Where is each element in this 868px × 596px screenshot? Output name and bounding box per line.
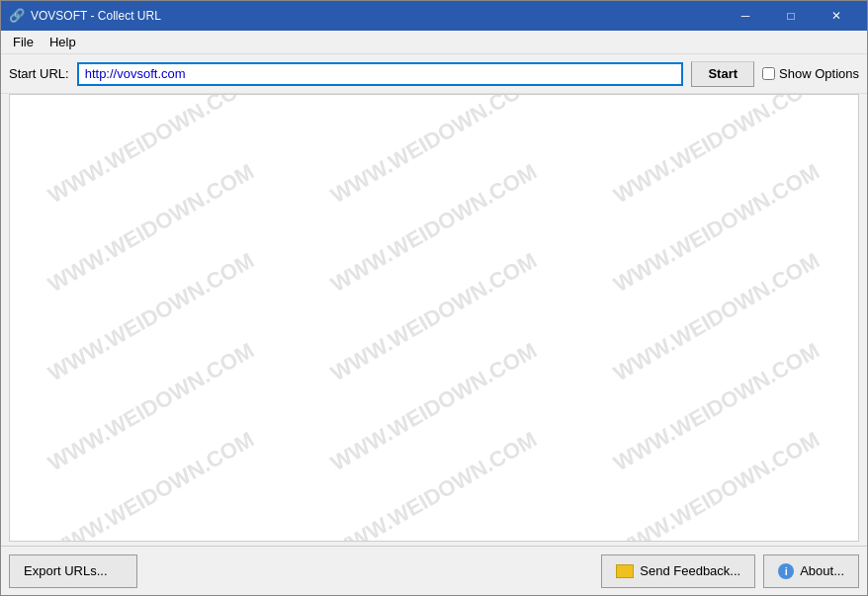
watermark-text: WWW.WEIDOWN.COM <box>43 94 258 209</box>
about-button[interactable]: i About... <box>763 554 859 588</box>
watermark-text: WWW.WEIDOWN.COM <box>43 427 258 542</box>
feedback-label: Send Feedback... <box>640 563 740 578</box>
send-feedback-button[interactable]: Send Feedback... <box>601 554 755 588</box>
export-urls-button[interactable]: Export URLs... <box>9 554 137 588</box>
about-icon: i <box>778 563 794 579</box>
watermark-text: WWW.WEIDOWN.COM <box>326 248 541 386</box>
close-button[interactable]: ✕ <box>814 1 859 31</box>
watermark: WWW.WEIDOWN.COM WWW.WEIDOWN.COM WWW.WEID… <box>10 95 858 541</box>
menu-help[interactable]: Help <box>42 33 84 51</box>
main-window: 🔗 VOVSOFT - Collect URL ─ □ ✕ File Help … <box>0 0 868 596</box>
watermark-text: WWW.WEIDOWN.COM <box>609 427 824 542</box>
watermark-text: WWW.WEIDOWN.COM <box>609 337 824 475</box>
watermark-text: WWW.WEIDOWN.COM <box>43 337 258 475</box>
minimize-button[interactable]: ─ <box>723 1 768 31</box>
show-options-label: Show Options <box>779 66 859 81</box>
watermark-text: WWW.WEIDOWN.COM <box>43 159 258 298</box>
start-button[interactable]: Start <box>691 61 754 87</box>
window-title: VOVSOFT - Collect URL <box>31 9 161 23</box>
title-bar-controls: ─ □ ✕ <box>723 1 859 31</box>
app-icon: 🔗 <box>9 8 25 24</box>
watermark-text: WWW.WEIDOWN.COM <box>326 427 541 542</box>
maximize-button[interactable]: □ <box>768 1 814 31</box>
watermark-text: WWW.WEIDOWN.COM <box>326 94 541 209</box>
title-bar-left: 🔗 VOVSOFT - Collect URL <box>9 8 161 24</box>
menu-file[interactable]: File <box>5 33 42 51</box>
about-label: About... <box>800 563 844 578</box>
watermark-text: WWW.WEIDOWN.COM <box>609 94 824 209</box>
url-input[interactable] <box>77 62 684 86</box>
main-content-area: WWW.WEIDOWN.COM WWW.WEIDOWN.COM WWW.WEID… <box>9 94 859 542</box>
status-bar: Export URLs... Send Feedback... i About.… <box>1 546 867 595</box>
url-label: Start URL: <box>9 66 69 81</box>
watermark-text: WWW.WEIDOWN.COM <box>609 248 824 386</box>
toolbar: Start URL: Start Show Options <box>1 54 867 94</box>
menu-bar: File Help <box>1 31 867 54</box>
title-bar: 🔗 VOVSOFT - Collect URL ─ □ ✕ <box>1 1 867 31</box>
watermark-text: WWW.WEIDOWN.COM <box>609 159 824 298</box>
watermark-text: WWW.WEIDOWN.COM <box>326 159 541 298</box>
feedback-icon <box>616 564 634 578</box>
watermark-text: WWW.WEIDOWN.COM <box>43 248 258 386</box>
show-options-checkbox[interactable] <box>762 67 775 80</box>
watermark-text: WWW.WEIDOWN.COM <box>326 337 541 475</box>
show-options-area: Show Options <box>762 66 859 81</box>
export-label: Export URLs... <box>24 563 108 578</box>
